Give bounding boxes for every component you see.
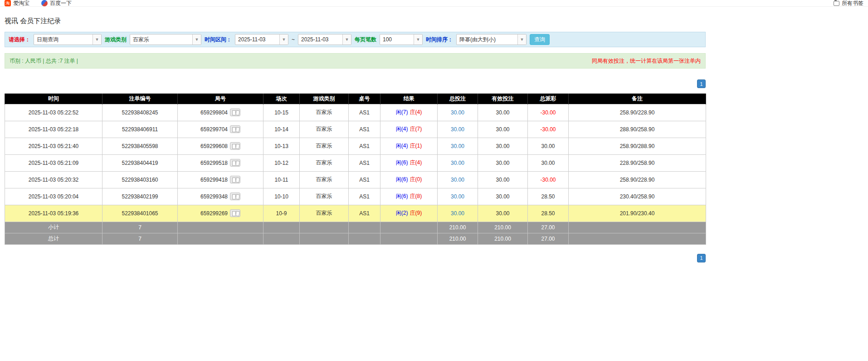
cell-result: 闲(6)庄(8) — [380, 188, 438, 205]
cell-note: 228.90/258.90 — [569, 154, 706, 171]
valid-bet-notice: 同局有效投注，统一计算在该局第一张注单内 — [592, 57, 701, 65]
cell-note: 288.90/258.90 — [569, 121, 706, 138]
table-row: 2025-11-03 05:20:32 522938403160 6592994… — [5, 171, 706, 188]
column-header: 游戏类别 — [300, 94, 349, 104]
cell-round: 659299418 — [178, 171, 263, 188]
sort-value: 降幂(由大到小) — [457, 35, 517, 45]
bookmark-taobao[interactable]: 淘 爱淘宝 — [5, 0, 29, 7]
sort-select[interactable]: 降幂(由大到小) ▼ — [456, 34, 527, 45]
cell-note: 230.40/258.90 — [569, 188, 706, 205]
query-type-label: 请选择： — [9, 36, 30, 44]
cards-icon[interactable] — [230, 142, 240, 150]
player-result: 闲(4) — [396, 126, 408, 132]
page-size-select[interactable]: 100 ▼ — [380, 34, 423, 45]
column-header: 桌号 — [349, 94, 380, 104]
cards-icon[interactable] — [230, 176, 240, 183]
player-result: 闲(2) — [396, 210, 408, 216]
cell-round: 659299608 — [178, 138, 263, 154]
banker-result: 庄(4) — [410, 109, 422, 115]
cell-time: 2025-11-03 05:21:09 — [5, 154, 102, 171]
cell-bet-id: 522938404419 — [102, 154, 178, 171]
cell-bet-id: 522938403160 — [102, 171, 178, 188]
summary-total-bet: 210.00 — [438, 233, 478, 244]
column-header: 总投注 — [438, 94, 478, 104]
summary-valid-bet: 210.00 — [478, 222, 528, 233]
summary-label: 总计 — [5, 233, 102, 244]
total-bet-link[interactable]: 30.00 — [451, 126, 464, 133]
taobao-icon: 淘 — [5, 0, 11, 6]
total-bet-link[interactable]: 30.00 — [451, 210, 464, 217]
currency-summary: 币别 : 人民币 | 总共 :7 注单 | — [10, 57, 78, 65]
cell-valid-bet: 30.00 — [478, 205, 528, 222]
cell-bet-id: 522938408245 — [102, 104, 178, 121]
cell-session: 10-11 — [263, 171, 300, 188]
summary-count: 7 — [102, 222, 178, 233]
baidu-icon — [41, 0, 48, 6]
cell-session: 10-13 — [263, 138, 300, 154]
cell-payout: 30.00 — [528, 154, 569, 171]
bookmark-label: 爱淘宝 — [13, 0, 29, 7]
cell-time: 2025-11-03 05:19:36 — [5, 205, 102, 222]
table-row: 2025-11-03 05:21:09 522938404419 6592995… — [5, 154, 706, 171]
cell-bet-id: 522938406911 — [102, 121, 178, 138]
cards-icon[interactable] — [230, 209, 240, 217]
total-bet-link[interactable]: 30.00 — [451, 160, 464, 166]
summary-empty-cell — [178, 222, 263, 233]
cell-valid-bet: 30.00 — [478, 104, 528, 121]
cards-icon[interactable] — [230, 109, 240, 116]
chevron-down-icon: ▼ — [414, 35, 422, 45]
folder-icon — [834, 1, 839, 6]
summary-row: 小计 7 210.00 210.00 27.00 — [5, 222, 706, 233]
cell-payout: 30.00 — [528, 138, 569, 154]
cell-note: 258.90/228.90 — [569, 104, 706, 121]
cell-table-number: AS1 — [349, 188, 380, 205]
cell-table-number: AS1 — [349, 121, 380, 138]
date-to-select[interactable]: 2025-11-03 ▼ — [298, 34, 351, 45]
player-result: 闲(6) — [396, 176, 408, 183]
total-bet-link[interactable]: 30.00 — [451, 109, 464, 116]
summary-empty-cell — [178, 233, 263, 244]
all-bookmarks[interactable]: 所有书签 — [834, 0, 863, 7]
cell-session: 10-14 — [263, 121, 300, 138]
cards-icon[interactable] — [230, 125, 240, 133]
summary-empty-cell — [263, 233, 300, 244]
summary-label: 小计 — [5, 222, 102, 233]
round-number: 659299518 — [200, 160, 228, 166]
summary-empty-cell — [300, 233, 349, 244]
cards-icon[interactable] — [230, 193, 240, 200]
table-header-row: 时间注单编号局号场次游戏类别桌号结果总投注有效投注总派彩备注 — [5, 94, 706, 104]
total-bet-link[interactable]: 30.00 — [451, 143, 464, 149]
cell-table-number: AS1 — [349, 205, 380, 222]
cell-session: 10-15 — [263, 104, 300, 121]
cell-result: 闲(6)庄(4) — [380, 154, 438, 171]
summary-payout: 27.00 — [528, 233, 569, 244]
search-button[interactable]: 查询 — [530, 34, 550, 45]
summary-empty-cell — [569, 222, 706, 233]
chevron-down-icon: ▼ — [279, 35, 288, 45]
game-type-select[interactable]: 百家乐 ▼ — [130, 34, 201, 45]
total-bet-link[interactable]: 30.00 — [451, 177, 464, 183]
column-header: 局号 — [178, 94, 263, 104]
date-from-select[interactable]: 2025-11-03 ▼ — [235, 34, 288, 45]
cell-note: 258.90/228.90 — [569, 171, 706, 188]
summary-empty-cell — [380, 233, 438, 244]
summary-total-bet: 210.00 — [438, 222, 478, 233]
page-button[interactable]: 1 — [697, 254, 706, 262]
total-bet-link[interactable]: 30.00 — [451, 193, 464, 200]
cell-valid-bet: 30.00 — [478, 171, 528, 188]
query-type-select[interactable]: 日期查询 ▼ — [34, 34, 102, 45]
time-range-label: 时间区间： — [205, 36, 232, 44]
round-number: 659299348 — [200, 193, 228, 200]
page-button[interactable]: 1 — [697, 79, 706, 88]
page-size-label: 每页笔数 — [355, 36, 376, 44]
bookmark-baidu[interactable]: 百度一下 — [41, 0, 72, 7]
cell-session: 10-9 — [263, 205, 300, 222]
filter-bar: 请选择： 日期查询 ▼ 游戏类别 百家乐 ▼ 时间区间： 2025-11-03 … — [5, 32, 706, 47]
player-result: 闲(4) — [396, 143, 408, 149]
cell-table-number: AS1 — [349, 138, 380, 154]
summary-valid-bet: 210.00 — [478, 233, 528, 244]
column-header: 时间 — [5, 94, 102, 104]
cards-icon[interactable] — [230, 159, 240, 167]
cell-time: 2025-11-03 05:20:32 — [5, 171, 102, 188]
game-type-label: 游戏类别 — [105, 36, 127, 44]
